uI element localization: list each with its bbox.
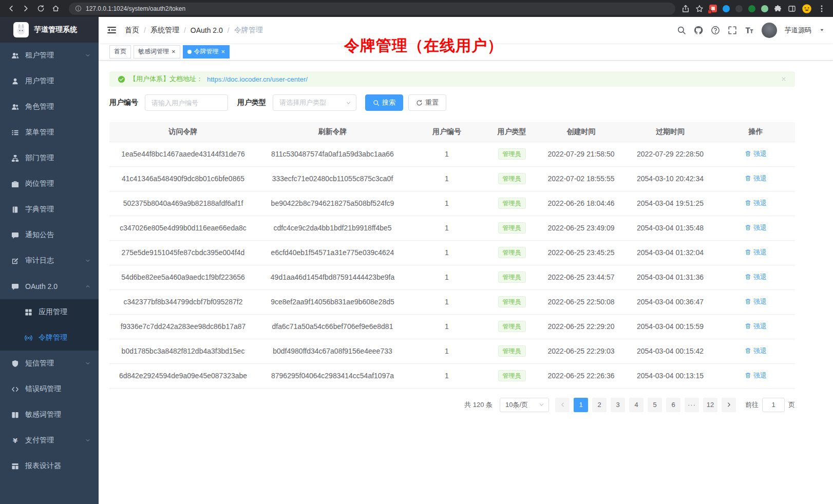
column-header: 刷新令牌 xyxy=(257,122,408,142)
force-logout-button[interactable]: 强退 xyxy=(745,346,767,356)
arrow-right-icon xyxy=(726,402,732,408)
browser-profile-avatar[interactable] xyxy=(802,4,812,14)
address-bar[interactable]: 127.0.0.1:1024/system/oauth2/token xyxy=(69,3,675,15)
force-logout-button[interactable]: 强退 xyxy=(745,223,767,232)
browser-menu-icon[interactable] xyxy=(818,5,826,13)
sidebar-item-oauth2-application[interactable]: 应用管理 xyxy=(0,299,99,325)
force-logout-button[interactable]: 强退 xyxy=(745,248,767,257)
site-info-icon[interactable] xyxy=(75,5,82,12)
force-logout-label: 强退 xyxy=(753,346,767,356)
user-id-input[interactable] xyxy=(145,94,228,111)
sidebar-item-menu[interactable]: 菜单管理 xyxy=(0,120,99,145)
next-page-button[interactable] xyxy=(722,398,736,412)
sidebar-item-label: 岗位管理 xyxy=(25,179,54,188)
doc-link[interactable]: https://doc.iocoder.cn/user-center/ xyxy=(207,75,308,83)
sidebar-toggle-icon[interactable] xyxy=(107,25,117,35)
browser-home-button[interactable] xyxy=(49,2,63,15)
browser-back-button[interactable] xyxy=(4,2,18,15)
force-logout-button[interactable]: 强退 xyxy=(745,322,767,331)
bookmark-star-icon[interactable] xyxy=(695,5,704,13)
page-button-4[interactable]: 4 xyxy=(629,398,643,412)
browser-reload-button[interactable] xyxy=(34,2,48,15)
create-time-cell: 2022-06-25 23:44:57 xyxy=(538,265,624,289)
sidebar-item-notice[interactable]: 通知公告 xyxy=(0,222,99,248)
sidebar-item-audit-log[interactable]: 审计日志 xyxy=(0,248,99,274)
sidebar-item-oauth2[interactable]: OAuth 2.0 xyxy=(0,274,99,299)
sidebar-item-error-code[interactable]: 错误码管理 xyxy=(0,376,99,402)
split-view-icon[interactable] xyxy=(788,5,796,13)
sidebar-item-sensitive-word[interactable]: 敏感词管理 xyxy=(0,402,99,428)
user-type-badge: 管理员 xyxy=(498,247,526,258)
sidebar-item-label: 租户管理 xyxy=(25,51,54,60)
sidebar-item-pay[interactable]: 支付管理 xyxy=(0,428,99,453)
url-text: 127.0.0.1:1024/system/oauth2/token xyxy=(86,5,185,12)
sidebar-item-dept[interactable]: 部门管理 xyxy=(0,145,99,171)
tab-sensitive-word[interactable]: 敏感词管理× xyxy=(134,45,180,59)
page-button-1[interactable]: 1 xyxy=(574,398,588,412)
force-logout-button[interactable]: 强退 xyxy=(745,371,767,380)
extension-icon[interactable] xyxy=(748,5,755,12)
sidebar-item-report-designer[interactable]: 报表设计器 xyxy=(0,453,99,479)
extension-icon[interactable] xyxy=(709,5,717,12)
extensions-puzzle-icon[interactable] xyxy=(774,5,782,13)
sidebar-item-label: 令牌管理 xyxy=(39,333,67,342)
tab-close-icon[interactable]: × xyxy=(221,48,225,55)
force-logout-label: 强退 xyxy=(753,297,767,306)
sidebar-item-role[interactable]: 角色管理 xyxy=(0,94,99,120)
breadcrumb-item-oauth2[interactable]: OAuth 2.0 xyxy=(191,26,223,34)
trash-icon xyxy=(745,224,751,231)
app-logo[interactable]: 芋道管理系统 xyxy=(0,17,99,43)
trash-icon xyxy=(745,200,751,206)
extension-icon[interactable] xyxy=(761,5,768,12)
help-icon[interactable] xyxy=(711,26,720,35)
prev-page-button[interactable] xyxy=(555,398,570,412)
tab-token[interactable]: 令牌管理× xyxy=(183,45,230,59)
page-button-3[interactable]: 3 xyxy=(611,398,625,412)
search-button[interactable]: 搜索 xyxy=(365,94,403,111)
sidebar-item-tenant[interactable]: 租户管理 xyxy=(0,43,99,68)
sidebar-item-post[interactable]: 岗位管理 xyxy=(0,171,99,197)
page-button-6[interactable]: 6 xyxy=(666,398,680,412)
page-button-12[interactable]: 12 xyxy=(703,398,717,412)
pager-ellipsis[interactable]: ··· xyxy=(685,398,699,412)
force-logout-button[interactable]: 强退 xyxy=(745,149,767,159)
trash-icon xyxy=(745,347,751,354)
breadcrumb-item-system[interactable]: 系统管理 xyxy=(150,26,179,35)
extension-icon[interactable] xyxy=(723,5,730,12)
user-type-cell: 管理员 xyxy=(485,142,538,166)
github-icon[interactable] xyxy=(694,26,703,35)
force-logout-button[interactable]: 强退 xyxy=(745,174,767,183)
expire-time-cell: 2054-03-04 01:32:04 xyxy=(624,240,716,265)
fullscreen-icon[interactable] xyxy=(728,26,737,35)
expire-time-cell: 2054-03-04 19:51:25 xyxy=(624,191,716,216)
page-button-2[interactable]: 2 xyxy=(592,398,607,412)
sidebar-item-dict[interactable]: 字典管理 xyxy=(0,197,99,222)
page-button-5[interactable]: 5 xyxy=(648,398,662,412)
trash-icon xyxy=(745,372,751,379)
force-logout-button[interactable]: 强退 xyxy=(745,199,767,208)
goto-page-input[interactable] xyxy=(762,398,785,412)
column-header: 操作 xyxy=(716,122,795,142)
extension-icon[interactable] xyxy=(735,5,743,12)
browser-forward-button[interactable] xyxy=(19,2,33,15)
sidebar-item-user[interactable]: 用户管理 xyxy=(0,68,99,94)
tab-close-icon[interactable]: × xyxy=(172,48,176,55)
refresh-token-cell: dfa6c71a50a54c66bef706ef9e6e8d81 xyxy=(257,314,408,339)
caret-down-icon[interactable] xyxy=(819,27,825,33)
force-logout-button[interactable]: 强退 xyxy=(745,297,767,306)
font-size-icon[interactable] xyxy=(745,26,754,35)
user-type-select[interactable]: 请选择用户类型 xyxy=(273,94,356,111)
user-avatar[interactable] xyxy=(762,23,777,38)
alert-close-icon[interactable] xyxy=(781,76,787,82)
reset-button[interactable]: 重置 xyxy=(408,94,446,111)
arrow-left-icon xyxy=(560,402,565,408)
tab-home[interactable]: 首页 xyxy=(109,45,131,59)
sidebar-item-sms[interactable]: 短信管理 xyxy=(0,351,99,376)
force-logout-button[interactable]: 强退 xyxy=(745,273,767,282)
search-icon[interactable] xyxy=(677,26,686,35)
breadcrumb-item-home[interactable]: 首页 xyxy=(125,26,139,35)
page-size-select[interactable]: 10条/页 xyxy=(500,398,549,412)
share-icon[interactable] xyxy=(681,5,690,13)
sidebar-item-oauth2-token[interactable]: 令牌管理 xyxy=(0,325,99,351)
user-name[interactable]: 芋道源码 xyxy=(785,26,811,35)
